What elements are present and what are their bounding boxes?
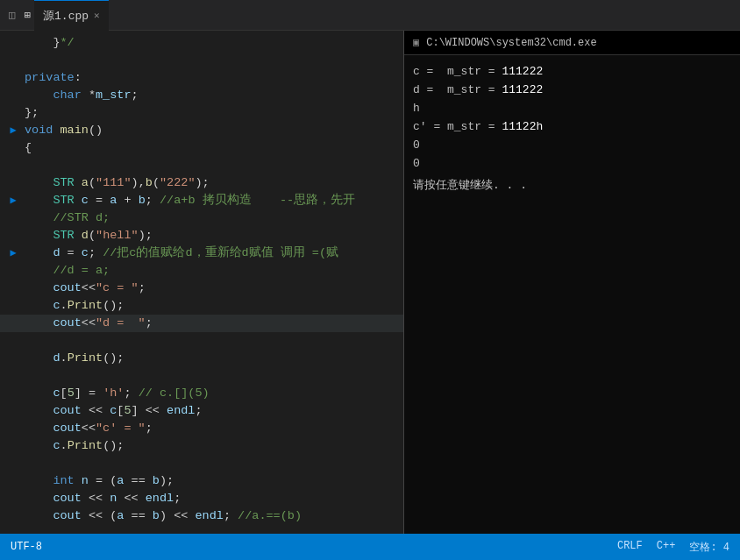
code-line: STR a("111"),b("222");: [0, 174, 403, 192]
cmd-output-line: c' = m_str = 11122h: [413, 117, 731, 136]
code-line: [0, 332, 403, 350]
code-line: //STR d;: [0, 209, 403, 227]
code-content: }*/ private: char *m_str; }; ▶ void main…: [0, 31, 403, 534]
code-line: cout << c[5] << endl;: [0, 402, 403, 420]
code-line: d.Print();: [0, 350, 403, 367]
cmd-output-line: c = m_str = 111222: [413, 62, 731, 81]
pin-icon: ⊞: [21, 9, 34, 22]
tab-bar: ◫ ⊞ 源1.cpp ✕: [0, 0, 740, 31]
code-line: cout<<"c' = ";: [0, 420, 403, 437]
code-line: [0, 367, 403, 385]
status-encoding: UTF-8: [11, 541, 42, 553]
cmd-output-line: h: [413, 99, 731, 117]
status-language: C++: [657, 540, 676, 555]
code-line: c.Print();: [0, 297, 403, 315]
code-line: cout<<"c = ";: [0, 280, 403, 297]
code-line: cout << n << endl;: [0, 490, 403, 507]
code-line: //d = a;: [0, 262, 403, 280]
tab-label: 源1.cpp: [43, 8, 89, 24]
status-right: CRLF C++ 空格: 4: [617, 540, 729, 555]
cmd-prompt: 请按任意键继续. . .: [413, 176, 731, 195]
code-line: char *m_str;: [0, 87, 403, 104]
code-line: {: [0, 139, 403, 157]
code-line-selected: cout<<"d = ";: [0, 315, 403, 332]
cmd-icon: ▣: [413, 36, 419, 49]
cmd-window: ▣ C:\WINDOWS\system32\cmd.exe c = m_str …: [403, 31, 740, 560]
cmd-output-line: d = m_str = 111222: [413, 81, 731, 99]
status-bar: UTF-8 CRLF C++ 空格: 4: [0, 534, 740, 560]
code-line: ▶ d = c; //把c的值赋给d，重新给d赋值 调用 =(赋: [0, 245, 403, 262]
code-line: [0, 157, 403, 174]
code-editor[interactable]: }*/ private: char *m_str; }; ▶ void main…: [0, 31, 403, 534]
code-line: ▶ STR c = a + b; //a+b 拷贝构造 --思路，先开: [0, 192, 403, 209]
code-line: [0, 52, 403, 69]
code-line: [0, 525, 403, 534]
app-icon: ◫: [4, 8, 21, 22]
line-arrow-indicator: ▶: [7, 245, 19, 262]
code-line: private:: [0, 69, 403, 87]
active-tab[interactable]: 源1.cpp ✕: [34, 0, 109, 31]
code-line: STR d("hell");: [0, 227, 403, 245]
code-line: cout << (a == b) << endl; //a.==(b): [0, 507, 403, 525]
code-line: c.Print();: [0, 437, 403, 455]
code-line: int n = (a == b);: [0, 472, 403, 490]
cmd-output: c = m_str = 111222 d = m_str = 111222 h …: [404, 55, 740, 202]
cmd-title: C:\WINDOWS\system32\cmd.exe: [426, 37, 596, 49]
code-line: };: [0, 104, 403, 122]
code-line: [0, 455, 403, 472]
status-spaces: 空格: 4: [689, 540, 729, 555]
line-arrow-indicator: ▶: [7, 192, 19, 209]
cmd-titlebar: ▣ C:\WINDOWS\system32\cmd.exe: [404, 31, 740, 55]
close-tab-button[interactable]: ✕: [94, 10, 100, 21]
line-arrow-indicator: ▶: [7, 122, 19, 139]
code-line: c[5] = 'h'; // c.[](5): [0, 385, 403, 402]
code-line: }*/: [0, 34, 403, 52]
cmd-output-line: 0: [413, 136, 731, 154]
status-line-ending: CRLF: [617, 540, 643, 555]
code-line: ▶ void main(): [0, 122, 403, 139]
cmd-output-line: 0: [413, 154, 731, 173]
